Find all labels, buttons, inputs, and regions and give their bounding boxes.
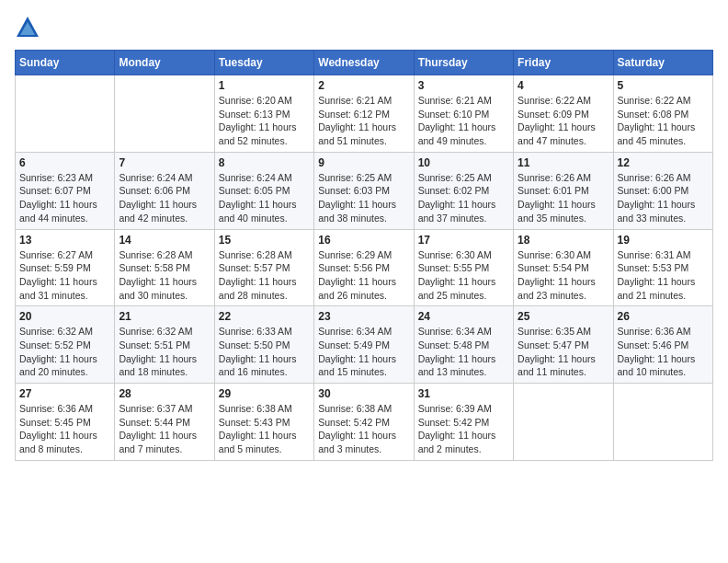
calendar-cell: 1Sunrise: 6:20 AMSunset: 6:13 PMDaylight…: [214, 75, 313, 153]
calendar-cell: 26Sunrise: 6:36 AMSunset: 5:46 PMDayligh…: [613, 306, 712, 384]
day-info: Sunrise: 6:24 AMSunset: 6:06 PMDaylight:…: [119, 171, 210, 225]
day-number: 3: [418, 79, 509, 92]
day-info: Sunrise: 6:20 AMSunset: 6:13 PMDaylight:…: [219, 94, 310, 148]
day-number: 8: [219, 156, 310, 169]
calendar-cell: 24Sunrise: 6:34 AMSunset: 5:48 PMDayligh…: [414, 306, 513, 384]
calendar-cell: 9Sunrise: 6:25 AMSunset: 6:03 PMDaylight…: [314, 152, 414, 229]
calendar-week-row: 20Sunrise: 6:32 AMSunset: 5:52 PMDayligh…: [16, 306, 713, 384]
calendar-cell: 17Sunrise: 6:30 AMSunset: 5:55 PMDayligh…: [414, 229, 513, 306]
day-number: 25: [518, 310, 609, 323]
day-info: Sunrise: 6:21 AMSunset: 6:10 PMDaylight:…: [418, 94, 509, 148]
calendar-cell: 7Sunrise: 6:24 AMSunset: 6:06 PMDaylight…: [115, 152, 214, 229]
day-info: Sunrise: 6:21 AMSunset: 6:12 PMDaylight:…: [318, 94, 409, 148]
calendar-header-wednesday: Wednesday: [314, 51, 414, 75]
day-info: Sunrise: 6:25 AMSunset: 6:02 PMDaylight:…: [418, 171, 509, 225]
day-number: 22: [219, 310, 310, 323]
day-number: 14: [119, 234, 210, 247]
day-number: 12: [618, 156, 709, 169]
day-number: 21: [119, 310, 210, 323]
day-number: 4: [518, 79, 609, 92]
day-info: Sunrise: 6:37 AMSunset: 5:44 PMDaylight:…: [119, 402, 210, 456]
calendar-cell: 10Sunrise: 6:25 AMSunset: 6:02 PMDayligh…: [414, 152, 513, 229]
day-number: 31: [418, 387, 509, 400]
calendar-cell: 29Sunrise: 6:38 AMSunset: 5:43 PMDayligh…: [214, 384, 313, 461]
day-info: Sunrise: 6:28 AMSunset: 5:57 PMDaylight:…: [219, 248, 310, 303]
day-number: 6: [19, 156, 110, 169]
calendar-cell: 2Sunrise: 6:21 AMSunset: 6:12 PMDaylight…: [314, 75, 414, 153]
calendar-cell: 14Sunrise: 6:28 AMSunset: 5:58 PMDayligh…: [115, 229, 214, 306]
day-number: 5: [618, 79, 709, 92]
day-number: 27: [19, 387, 110, 400]
calendar-cell: 6Sunrise: 6:23 AMSunset: 6:07 PMDaylight…: [16, 152, 115, 229]
day-info: Sunrise: 6:26 AMSunset: 6:01 PMDaylight:…: [518, 171, 609, 225]
day-info: Sunrise: 6:31 AMSunset: 5:53 PMDaylight:…: [618, 248, 709, 303]
day-number: 28: [119, 387, 210, 400]
day-info: Sunrise: 6:38 AMSunset: 5:43 PMDaylight:…: [219, 402, 310, 456]
calendar-cell: 8Sunrise: 6:24 AMSunset: 6:05 PMDaylight…: [214, 152, 313, 229]
day-number: 16: [318, 234, 409, 247]
day-number: 29: [219, 387, 310, 400]
calendar-header-sunday: Sunday: [16, 51, 115, 75]
calendar-table: SundayMondayTuesdayWednesdayThursdayFrid…: [15, 50, 713, 461]
day-number: 13: [19, 234, 110, 247]
day-number: 17: [418, 234, 509, 247]
day-number: 1: [219, 79, 310, 92]
calendar-cell: 23Sunrise: 6:34 AMSunset: 5:49 PMDayligh…: [314, 306, 414, 384]
day-info: Sunrise: 6:35 AMSunset: 5:47 PMDaylight:…: [518, 325, 609, 379]
day-info: Sunrise: 6:22 AMSunset: 6:08 PMDaylight:…: [618, 94, 709, 148]
calendar-cell: 31Sunrise: 6:39 AMSunset: 5:42 PMDayligh…: [414, 384, 513, 461]
calendar-cell: 18Sunrise: 6:30 AMSunset: 5:54 PMDayligh…: [514, 229, 613, 306]
calendar-header-monday: Monday: [115, 51, 214, 75]
calendar-cell: 12Sunrise: 6:26 AMSunset: 6:00 PMDayligh…: [613, 152, 712, 229]
day-number: 19: [618, 234, 709, 247]
day-info: Sunrise: 6:26 AMSunset: 6:00 PMDaylight:…: [618, 171, 709, 225]
day-info: Sunrise: 6:39 AMSunset: 5:42 PMDaylight:…: [418, 402, 509, 456]
day-info: Sunrise: 6:38 AMSunset: 5:42 PMDaylight:…: [318, 402, 409, 456]
calendar-header-row: SundayMondayTuesdayWednesdayThursdayFrid…: [16, 51, 713, 75]
day-number: 2: [318, 79, 409, 92]
day-info: Sunrise: 6:34 AMSunset: 5:49 PMDaylight:…: [318, 325, 409, 379]
calendar-cell: 16Sunrise: 6:29 AMSunset: 5:56 PMDayligh…: [314, 229, 414, 306]
day-number: 23: [318, 310, 409, 323]
page-header: [15, 15, 713, 40]
day-info: Sunrise: 6:36 AMSunset: 5:45 PMDaylight:…: [19, 402, 110, 456]
day-number: 11: [518, 156, 609, 169]
day-info: Sunrise: 6:32 AMSunset: 5:52 PMDaylight:…: [19, 325, 110, 379]
calendar-cell: 28Sunrise: 6:37 AMSunset: 5:44 PMDayligh…: [115, 384, 214, 461]
day-info: Sunrise: 6:30 AMSunset: 5:54 PMDaylight:…: [518, 248, 609, 303]
calendar-cell: 30Sunrise: 6:38 AMSunset: 5:42 PMDayligh…: [314, 384, 414, 461]
calendar-cell: 27Sunrise: 6:36 AMSunset: 5:45 PMDayligh…: [16, 384, 115, 461]
day-info: Sunrise: 6:36 AMSunset: 5:46 PMDaylight:…: [618, 325, 709, 379]
day-info: Sunrise: 6:33 AMSunset: 5:50 PMDaylight:…: [219, 325, 310, 379]
calendar-cell: 22Sunrise: 6:33 AMSunset: 5:50 PMDayligh…: [214, 306, 313, 384]
calendar-cell: 25Sunrise: 6:35 AMSunset: 5:47 PMDayligh…: [514, 306, 613, 384]
day-info: Sunrise: 6:23 AMSunset: 6:07 PMDaylight:…: [19, 171, 110, 225]
day-number: 9: [318, 156, 409, 169]
day-number: 15: [219, 234, 310, 247]
day-info: Sunrise: 6:30 AMSunset: 5:55 PMDaylight:…: [418, 248, 509, 303]
calendar-cell: 5Sunrise: 6:22 AMSunset: 6:08 PMDaylight…: [613, 75, 712, 153]
day-info: Sunrise: 6:29 AMSunset: 5:56 PMDaylight:…: [318, 248, 409, 303]
day-number: 18: [518, 234, 609, 247]
calendar-cell: [514, 384, 613, 461]
day-number: 26: [618, 310, 709, 323]
calendar-cell: [613, 384, 712, 461]
calendar-week-row: 1Sunrise: 6:20 AMSunset: 6:13 PMDaylight…: [16, 75, 713, 153]
day-info: Sunrise: 6:34 AMSunset: 5:48 PMDaylight:…: [418, 325, 509, 379]
calendar-cell: 3Sunrise: 6:21 AMSunset: 6:10 PMDaylight…: [414, 75, 513, 153]
calendar-week-row: 27Sunrise: 6:36 AMSunset: 5:45 PMDayligh…: [16, 384, 713, 461]
calendar-header-friday: Friday: [514, 51, 613, 75]
calendar-cell: [16, 75, 115, 153]
day-number: 30: [318, 387, 409, 400]
logo-icon: [15, 15, 40, 40]
logo: [15, 15, 44, 40]
calendar-header-tuesday: Tuesday: [214, 51, 313, 75]
day-number: 10: [418, 156, 509, 169]
day-info: Sunrise: 6:27 AMSunset: 5:59 PMDaylight:…: [19, 248, 110, 303]
calendar-cell: 19Sunrise: 6:31 AMSunset: 5:53 PMDayligh…: [613, 229, 712, 306]
calendar-cell: 4Sunrise: 6:22 AMSunset: 6:09 PMDaylight…: [514, 75, 613, 153]
calendar-cell: 20Sunrise: 6:32 AMSunset: 5:52 PMDayligh…: [16, 306, 115, 384]
day-info: Sunrise: 6:28 AMSunset: 5:58 PMDaylight:…: [119, 248, 210, 303]
day-info: Sunrise: 6:25 AMSunset: 6:03 PMDaylight:…: [318, 171, 409, 225]
calendar-header-thursday: Thursday: [414, 51, 513, 75]
